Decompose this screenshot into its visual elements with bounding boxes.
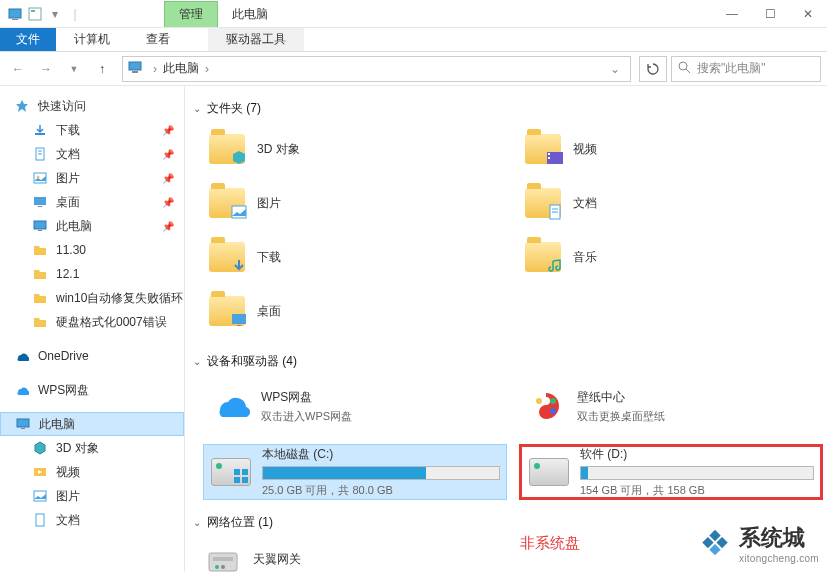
- svg-point-36: [550, 398, 556, 404]
- router-icon: [203, 539, 243, 572]
- qat-dropdown-icon[interactable]: ▾: [46, 5, 64, 23]
- sidebar-item-3dobjects[interactable]: 3D 对象: [0, 436, 184, 460]
- sidebar-item-video[interactable]: 视频: [0, 460, 184, 484]
- svg-rect-27: [548, 157, 550, 159]
- sidebar-item-label: 图片: [56, 488, 80, 505]
- sidebar-this-pc-main[interactable]: 此电脑: [0, 412, 184, 436]
- qat-divider: |: [66, 5, 84, 23]
- address-dropdown[interactable]: ⌄: [604, 62, 626, 76]
- onedrive-icon: [14, 348, 30, 364]
- folder-icon: [207, 237, 247, 277]
- folder-documents[interactable]: 文档: [519, 179, 823, 227]
- address-bar[interactable]: › 此电脑 › ⌄: [122, 56, 631, 82]
- sidebar-item-pictures2[interactable]: 图片: [0, 484, 184, 508]
- drive-wallpaper-center[interactable]: 壁纸中心 双击更换桌面壁纸: [519, 378, 823, 434]
- folder-label: 图片: [257, 195, 281, 212]
- computer-tab[interactable]: 计算机: [56, 28, 128, 51]
- group-label: 文件夹 (7): [207, 100, 261, 117]
- qat-properties-icon[interactable]: [26, 5, 44, 23]
- network-label: 天翼网关: [253, 551, 301, 568]
- svg-rect-46: [709, 529, 720, 540]
- window-controls: ― ☐ ✕: [713, 2, 827, 26]
- group-folders-header[interactable]: ⌄ 文件夹 (7): [193, 100, 823, 117]
- file-tab[interactable]: 文件: [0, 28, 56, 51]
- breadcrumb-this-pc[interactable]: 此电脑: [159, 60, 203, 77]
- sidebar-onedrive[interactable]: OneDrive: [0, 344, 184, 368]
- nav-bar: ← → ▼ ↑ › 此电脑 › ⌄ 搜索"此电脑": [0, 52, 827, 86]
- svg-rect-48: [702, 536, 713, 547]
- recent-dropdown[interactable]: ▼: [62, 57, 86, 81]
- sidebar-item-documents2[interactable]: 文档: [0, 508, 184, 532]
- svg-rect-3: [31, 10, 35, 12]
- drive-software-d[interactable]: 软件 (D:) 154 GB 可用，共 158 GB: [519, 444, 823, 500]
- pin-icon: 📌: [162, 149, 174, 160]
- app-icon: [6, 5, 24, 23]
- svg-rect-49: [709, 544, 720, 555]
- drive-local-c[interactable]: 本地磁盘 (C:) 25.0 GB 可用，共 80.0 GB: [203, 444, 507, 500]
- sidebar-item-label: win10自动修复失败循环: [56, 290, 183, 307]
- main-content: ⌄ 文件夹 (7) 3D 对象 视频 图片 文档 下载: [185, 86, 827, 572]
- svg-rect-0: [9, 9, 21, 18]
- sidebar-item-desktop[interactable]: 桌面 📌: [0, 190, 184, 214]
- sidebar-item-folder-win10[interactable]: win10自动修复失败循环: [0, 286, 184, 310]
- sidebar-item-folder-121[interactable]: 12.1: [0, 262, 184, 286]
- watermark-url: xitongcheng.com: [739, 553, 819, 564]
- chevron-right-icon[interactable]: ›: [151, 62, 159, 76]
- folder-icon: [32, 266, 48, 282]
- svg-point-35: [536, 398, 542, 404]
- sidebar-item-folder-1130[interactable]: 11.30: [0, 238, 184, 262]
- svg-rect-18: [38, 230, 42, 231]
- group-label: 设备和驱动器 (4): [207, 353, 297, 370]
- sidebar-item-label: 文档: [56, 146, 80, 163]
- drive-title: 软件 (D:): [580, 446, 814, 463]
- minimize-button[interactable]: ―: [713, 2, 751, 26]
- svg-line-7: [686, 69, 690, 73]
- back-button[interactable]: ←: [6, 57, 30, 81]
- refresh-button[interactable]: [639, 56, 667, 82]
- pin-icon: 📌: [162, 125, 174, 136]
- chevron-right-icon[interactable]: ›: [203, 62, 211, 76]
- desktop-icon: [32, 194, 48, 210]
- pin-icon: 📌: [162, 197, 174, 208]
- sidebar-item-folder-hdd[interactable]: 硬盘格式化0007错误: [0, 310, 184, 334]
- sidebar-wps[interactable]: WPS网盘: [0, 378, 184, 402]
- folder-icon: [32, 314, 48, 330]
- sidebar-item-label: 3D 对象: [56, 440, 99, 457]
- svg-rect-5: [132, 71, 138, 73]
- close-button[interactable]: ✕: [789, 2, 827, 26]
- svg-rect-38: [234, 469, 240, 475]
- group-drives-header[interactable]: ⌄ 设备和驱动器 (4): [193, 353, 823, 370]
- view-tab[interactable]: 查看: [128, 28, 188, 51]
- 3d-icon: [32, 440, 48, 456]
- sidebar-quick-access[interactable]: 快速访问: [0, 94, 184, 118]
- folder-icon: [207, 129, 247, 169]
- drive-subtitle: 双击更换桌面壁纸: [577, 409, 817, 424]
- sidebar-item-downloads[interactable]: 下载 📌: [0, 118, 184, 142]
- folder-pictures[interactable]: 图片: [203, 179, 507, 227]
- up-button[interactable]: ↑: [90, 57, 114, 81]
- svg-rect-41: [242, 477, 248, 483]
- sidebar-item-this-pc[interactable]: 此电脑 📌: [0, 214, 184, 238]
- forward-button[interactable]: →: [34, 57, 58, 81]
- folder-downloads[interactable]: 下载: [203, 233, 507, 281]
- folder-music[interactable]: 音乐: [519, 233, 823, 281]
- svg-rect-32: [232, 314, 246, 324]
- maximize-button[interactable]: ☐: [751, 2, 789, 26]
- manage-context-tab[interactable]: 管理: [164, 1, 218, 27]
- svg-point-6: [679, 62, 687, 70]
- folder-video[interactable]: 视频: [519, 125, 823, 173]
- drive-wps-cloud[interactable]: WPS网盘 双击进入WPS网盘: [203, 378, 507, 434]
- search-input[interactable]: 搜索"此电脑": [671, 56, 821, 82]
- window-title: 此电脑: [218, 2, 282, 27]
- picture-icon: [32, 488, 48, 504]
- chevron-down-icon: ⌄: [193, 356, 201, 367]
- svg-rect-26: [548, 153, 550, 155]
- drive-tools-tab[interactable]: 驱动器工具: [208, 28, 304, 51]
- folder-desktop[interactable]: 桌面: [203, 287, 507, 335]
- svg-rect-43: [213, 557, 233, 561]
- sidebar-item-label: WPS网盘: [38, 382, 89, 399]
- sidebar-item-documents[interactable]: 文档 📌: [0, 142, 184, 166]
- folder-3d-objects[interactable]: 3D 对象: [203, 125, 507, 173]
- svg-rect-1: [12, 19, 18, 20]
- sidebar-item-pictures[interactable]: 图片 📌: [0, 166, 184, 190]
